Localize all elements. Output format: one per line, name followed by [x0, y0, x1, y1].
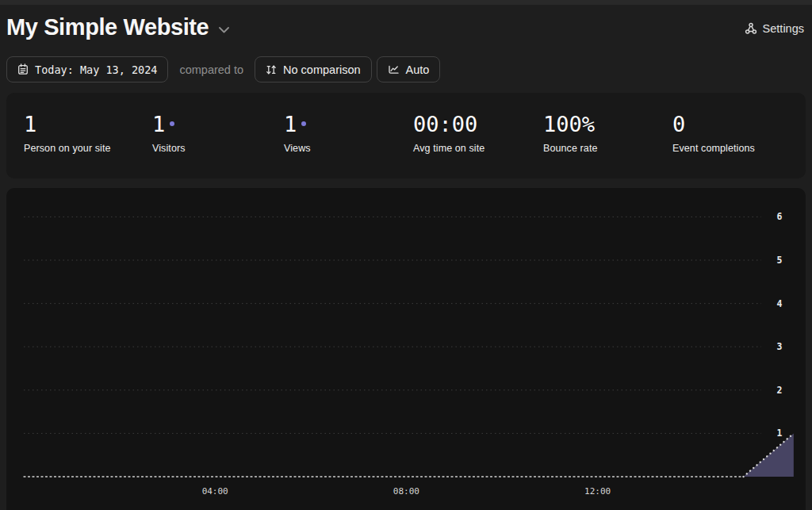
settings-label: Settings — [763, 22, 804, 35]
stat-value: 100% — [543, 110, 672, 137]
stat-visitors[interactable]: 1 Visitors — [152, 110, 284, 178]
stat-person-on-site: 1 Person on your site — [24, 110, 152, 178]
stat-value: 00:00 — [413, 110, 543, 137]
stat-value: 1 — [24, 110, 152, 137]
stat-bounce-rate: 100% Bounce rate — [543, 110, 672, 178]
svg-text:1: 1 — [777, 428, 783, 439]
stat-label: Avg time on site — [413, 143, 543, 154]
date-range-label: Today: May 13, 2024 — [35, 63, 157, 76]
svg-text:08:00: 08:00 — [393, 486, 419, 497]
svg-text:4: 4 — [777, 298, 783, 309]
svg-text:12:00: 12:00 — [584, 486, 611, 497]
chart-style-button[interactable]: Auto — [377, 56, 441, 82]
comparison-button[interactable]: No comparison — [255, 56, 372, 82]
settings-button[interactable]: Settings — [745, 22, 804, 35]
page-title[interactable]: My Simple Website — [6, 11, 209, 43]
line-chart-icon — [388, 64, 400, 75]
toolbar: Today: May 13, 2024 compared to No compa… — [6, 56, 440, 82]
stat-value: 1 — [152, 110, 284, 137]
stat-label: Views — [284, 143, 413, 154]
stat-label: Visitors — [152, 143, 284, 154]
calendar-icon — [17, 63, 29, 75]
stat-avg-time: 00:00 Avg time on site — [413, 110, 543, 178]
stat-event-completions: 0 Event completions — [672, 110, 806, 178]
stats-card: 1 Person on your site 1 Visitors 1 Views… — [6, 93, 806, 178]
stat-label: Bounce rate — [543, 143, 672, 154]
svg-text:3: 3 — [777, 341, 783, 352]
accent-dot — [301, 121, 306, 126]
topbar: My Simple Website Settings — [6, 11, 804, 43]
date-range-button[interactable]: Today: May 13, 2024 — [6, 56, 168, 82]
comparison-label: No comparison — [283, 63, 361, 76]
svg-text:2: 2 — [777, 385, 783, 396]
chart-card: 12345604:0008:0012:00 — [6, 188, 806, 510]
settings-icon — [745, 22, 757, 35]
stat-label: Event completions — [672, 143, 806, 154]
compare-arrows-icon — [266, 64, 277, 75]
compared-to-label: compared to — [179, 63, 243, 76]
accent-dot — [170, 121, 174, 126]
svg-text:04:00: 04:00 — [202, 486, 228, 497]
svg-text:6: 6 — [777, 211, 783, 222]
stat-value: 0 — [672, 110, 806, 137]
svg-text:5: 5 — [777, 255, 783, 266]
site-switcher[interactable]: My Simple Website — [6, 11, 229, 43]
stat-label: Person on your site — [24, 143, 152, 154]
stat-views[interactable]: 1 Views — [284, 110, 413, 178]
chevron-down-icon — [219, 27, 229, 33]
chart-style-label: Auto — [406, 63, 430, 76]
stat-value: 1 — [284, 110, 413, 137]
analytics-dashboard: My Simple Website Settings — [0, 0, 812, 510]
traffic-area-chart[interactable]: 12345604:0008:0012:00 — [6, 188, 806, 510]
